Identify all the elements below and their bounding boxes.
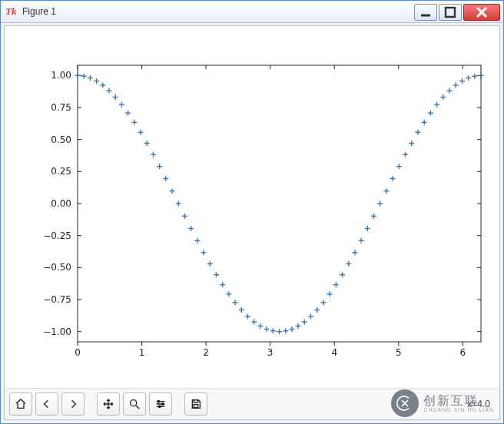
arrow-right-icon (67, 398, 79, 410)
svg-text:−0.50: −0.50 (43, 262, 71, 273)
svg-text:−0.25: −0.25 (43, 230, 71, 241)
minimize-button[interactable] (414, 4, 437, 21)
watermark: 创新互联 CHUANG XIN HU LIAN (391, 389, 494, 417)
svg-text:0.00: 0.00 (51, 198, 71, 209)
client-area: 0123456−1.00−0.75−0.50−0.250.000.250.500… (4, 25, 500, 420)
svg-text:−0.75: −0.75 (43, 294, 71, 305)
svg-text:2: 2 (203, 347, 209, 358)
configure-subplots-button[interactable] (149, 393, 172, 416)
svg-point-184 (158, 400, 160, 402)
save-icon (190, 398, 202, 410)
back-button[interactable] (35, 393, 58, 416)
sliders-icon (154, 398, 167, 410)
svg-text:1.00: 1.00 (51, 70, 71, 81)
svg-text:−1.00: −1.00 (43, 326, 71, 337)
save-button[interactable] (184, 393, 207, 416)
svg-text:0.75: 0.75 (51, 102, 71, 113)
svg-text:3: 3 (267, 347, 274, 358)
app-window: Tk Figure 1 0123456−1.00−0.75−0.50−0.250… (0, 0, 504, 424)
svg-point-186 (158, 406, 161, 408)
svg-point-185 (161, 403, 164, 406)
watermark-text-cn: 创新互联 (423, 395, 494, 407)
pan-button[interactable] (97, 393, 120, 416)
svg-rect-187 (194, 400, 197, 402)
svg-text:5: 5 (396, 347, 402, 358)
svg-rect-4 (78, 65, 481, 342)
window-title: Figure 1 (22, 6, 56, 17)
arrow-left-icon (41, 398, 53, 410)
svg-rect-1 (446, 8, 455, 17)
app-icon: Tk (5, 5, 18, 18)
svg-text:4: 4 (331, 347, 337, 358)
svg-point-183 (131, 400, 137, 406)
home-button[interactable] (9, 393, 32, 416)
window-buttons (413, 4, 500, 19)
titlebar[interactable]: Tk Figure 1 (1, 1, 503, 23)
home-icon (15, 398, 27, 410)
svg-rect-188 (194, 405, 197, 408)
maximize-button[interactable] (439, 4, 462, 21)
watermark-text-en: CHUANG XIN HU LIAN (423, 407, 494, 412)
svg-text:0: 0 (75, 347, 81, 358)
zoom-icon (128, 398, 141, 410)
svg-text:6: 6 (460, 347, 466, 358)
forward-button[interactable] (61, 393, 85, 416)
svg-text:1: 1 (139, 347, 145, 358)
svg-text:0.50: 0.50 (51, 134, 71, 145)
close-button[interactable] (463, 4, 500, 21)
watermark-logo-icon (391, 389, 419, 417)
move-icon (102, 398, 114, 410)
plot-svg: 0123456−1.00−0.75−0.50−0.250.000.250.500… (5, 26, 499, 389)
zoom-button[interactable] (123, 393, 146, 416)
plot-area[interactable]: 0123456−1.00−0.75−0.50−0.250.000.250.500… (5, 26, 499, 389)
svg-text:0.25: 0.25 (51, 166, 71, 177)
